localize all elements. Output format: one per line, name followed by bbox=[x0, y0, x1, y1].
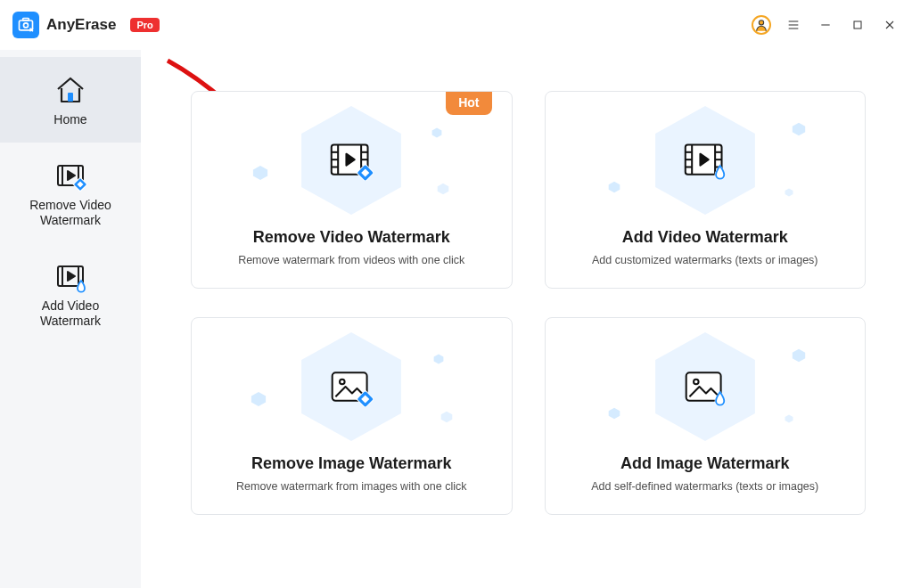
hot-badge: Hot bbox=[446, 92, 491, 115]
svg-rect-34 bbox=[357, 163, 374, 181]
svg-rect-41 bbox=[686, 144, 722, 174]
svg-marker-59 bbox=[655, 332, 755, 441]
card-add-image-watermark[interactable]: Add Image Watermark Add self-defined wat… bbox=[545, 317, 867, 515]
video-drop-icon bbox=[546, 142, 866, 181]
svg-rect-11 bbox=[68, 93, 73, 102]
sidebar-item-label: Add Video Watermark bbox=[40, 298, 101, 330]
svg-point-55 bbox=[340, 380, 345, 385]
app-logo-icon bbox=[12, 12, 39, 38]
card-subtitle: Remove watermark from videos with one cl… bbox=[238, 254, 464, 266]
svg-marker-60 bbox=[608, 408, 620, 420]
svg-marker-40 bbox=[785, 189, 793, 197]
svg-rect-56 bbox=[357, 389, 374, 407]
svg-rect-2 bbox=[23, 19, 29, 21]
titlebar: AnyErase Pro bbox=[0, 0, 912, 50]
maximize-button[interactable] bbox=[848, 15, 867, 35]
card-subtitle: Remove watermark from images with one cl… bbox=[236, 480, 466, 493]
sidebar-item-label: Home bbox=[53, 112, 86, 128]
sidebar-item-label: Remove Video Watermark bbox=[29, 198, 111, 229]
title-buttons bbox=[752, 15, 900, 35]
svg-rect-35 bbox=[357, 165, 374, 181]
svg-marker-53 bbox=[440, 412, 452, 423]
svg-marker-38 bbox=[608, 182, 620, 193]
svg-marker-50 bbox=[301, 332, 401, 441]
sidebar-item-home[interactable]: Home bbox=[0, 57, 141, 143]
svg-marker-22 bbox=[253, 166, 267, 180]
account-button[interactable] bbox=[752, 15, 771, 35]
app-brand: AnyErase Pro bbox=[12, 12, 160, 38]
home-icon bbox=[53, 73, 88, 109]
card-hex-bg bbox=[192, 329, 512, 445]
svg-rect-8 bbox=[854, 21, 861, 29]
card-add-video-watermark[interactable]: Add Video Watermark Add customized water… bbox=[545, 91, 867, 289]
svg-marker-52 bbox=[433, 355, 443, 364]
pro-badge: Pro bbox=[130, 18, 159, 32]
svg-point-1 bbox=[24, 23, 29, 28]
minimize-button[interactable] bbox=[816, 15, 835, 35]
card-hex-bg bbox=[546, 329, 866, 445]
account-icon bbox=[752, 15, 771, 35]
content-area: Hot Remove Video Watermark Remove waterm… bbox=[141, 50, 912, 588]
video-erase-icon bbox=[53, 159, 88, 194]
svg-rect-25 bbox=[332, 144, 368, 174]
card-hex-bg bbox=[192, 102, 512, 218]
sidebar-item-add-video[interactable]: Add Video Watermark bbox=[0, 243, 141, 344]
card-title: Remove Image Watermark bbox=[251, 454, 451, 473]
card-title: Add Video Watermark bbox=[622, 228, 788, 247]
card-remove-video-watermark[interactable]: Hot Remove Video Watermark Remove waterm… bbox=[191, 91, 513, 289]
svg-marker-39 bbox=[793, 123, 805, 135]
sidebar-item-remove-video[interactable]: Remove Video Watermark bbox=[0, 143, 141, 243]
card-subtitle: Add customized watermarks (texts or imag… bbox=[592, 254, 818, 266]
menu-button[interactable] bbox=[784, 15, 803, 35]
svg-marker-21 bbox=[301, 106, 401, 215]
image-erase-icon bbox=[192, 368, 512, 407]
app-name: AnyErase bbox=[46, 16, 116, 34]
svg-marker-24 bbox=[437, 184, 448, 195]
svg-marker-37 bbox=[655, 106, 755, 215]
card-subtitle: Add self-defined watermarks (texts or im… bbox=[591, 480, 818, 493]
video-erase-icon bbox=[192, 142, 512, 181]
svg-rect-36 bbox=[361, 168, 369, 176]
svg-marker-23 bbox=[431, 128, 441, 138]
svg-rect-63 bbox=[686, 372, 720, 400]
svg-point-64 bbox=[694, 380, 699, 385]
svg-marker-62 bbox=[785, 415, 793, 423]
video-drop-icon bbox=[53, 259, 88, 295]
card-hex-bg bbox=[546, 102, 866, 218]
svg-point-3 bbox=[759, 20, 763, 25]
sidebar: Home Remove Video Watermark Add Video Wa… bbox=[0, 50, 141, 588]
card-title: Remove Video Watermark bbox=[253, 228, 450, 247]
svg-marker-61 bbox=[793, 349, 805, 362]
card-remove-image-watermark[interactable]: Remove Image Watermark Remove watermark … bbox=[191, 317, 513, 515]
svg-rect-54 bbox=[333, 372, 367, 400]
card-title: Add Image Watermark bbox=[620, 454, 789, 473]
close-button[interactable] bbox=[880, 15, 900, 35]
svg-marker-51 bbox=[251, 392, 266, 406]
svg-rect-57 bbox=[357, 391, 374, 407]
svg-rect-58 bbox=[361, 395, 369, 403]
image-drop-icon bbox=[546, 368, 866, 407]
